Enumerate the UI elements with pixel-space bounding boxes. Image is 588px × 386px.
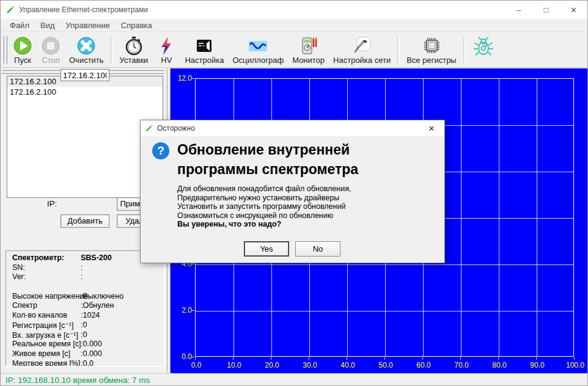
toolbar: ПускСтопОчиститьУставкиHVНастройкаОсцилл…: [1, 32, 587, 68]
menu-item[interactable]: Справка: [116, 20, 158, 31]
close-button[interactable]: ✕: [560, 1, 587, 19]
toolbar-button-settings-panel[interactable]: Настройка: [180, 34, 228, 66]
magic-wand-icon: [6, 5, 15, 15]
toolbar-separator: [111, 36, 113, 64]
info-label: Спектр: [12, 301, 79, 310]
info-label: Живое время [с]: [12, 349, 79, 358]
info-value: :0.000: [81, 340, 102, 348]
stopwatch-icon: [124, 36, 144, 56]
menu-item[interactable]: Управление: [61, 20, 116, 31]
no-button[interactable]: No: [295, 241, 340, 257]
toolbar-button-stopwatch[interactable]: Уставки: [116, 34, 153, 66]
y-tick: [192, 357, 194, 357]
gridline: [461, 79, 461, 356]
x-tick-label: 60.0: [416, 361, 430, 370]
title-bar: Управление Ethernet-спектрометрами – □ ✕: [1, 1, 587, 19]
magic-wand-icon: [145, 124, 153, 133]
toolbar-grip[interactable]: [3, 36, 7, 64]
info-label: Вх. загрузка е [с⁻¹]: [12, 330, 79, 340]
info-row: SN::: [12, 263, 164, 273]
status-bar: IP: 192.168.10.10 время обмена: 7 ms: [1, 373, 587, 386]
gridline: [537, 79, 537, 356]
dialog-title: Осторожно: [157, 124, 195, 133]
debug-bug-icon: [472, 36, 494, 56]
y-tick-label: 12.0: [171, 74, 192, 82]
x-tick: [460, 357, 461, 360]
x-tick: [536, 357, 537, 360]
lightning-icon: [156, 36, 176, 56]
x-tick: [574, 357, 575, 360]
info-value: :: [81, 272, 83, 281]
toolbar-button-label: Монитор: [292, 56, 325, 65]
oscilloscope-icon: [248, 36, 268, 56]
minimize-button[interactable]: –: [505, 1, 532, 19]
menu-item[interactable]: Вид: [35, 20, 61, 31]
info-label: [12, 282, 79, 291]
dialog-line: Для обновления понадобится файл обновлен…: [177, 184, 434, 194]
toolbar-button-debug-bug[interactable]: [468, 34, 499, 66]
clear-icon: [76, 36, 96, 56]
toolbar-button-screwdriver[interactable]: Настройка сети: [329, 34, 395, 66]
list-item[interactable]: 172.16.2.100: [7, 87, 163, 97]
maximize-button[interactable]: □: [532, 1, 560, 19]
info-row: Мертвое время [%]:0.0: [12, 359, 164, 366]
window-title: Управление Ethernet-спектрометрами: [19, 5, 148, 14]
x-tick-label: 0.0: [191, 361, 202, 370]
dialog-close-icon[interactable]: ✕: [419, 120, 444, 136]
stop-icon: [41, 36, 61, 56]
x-tick: [498, 357, 499, 360]
dialog-body-text: Для обновления понадобится файл обновлен…: [177, 184, 434, 229]
warning-dialog: Осторожно ✕ ? Обновление внутренней прог…: [140, 120, 445, 263]
toolbar-button-label: Очистить: [69, 56, 104, 65]
x-tick: [384, 357, 385, 360]
x-tick-label: 30.0: [303, 361, 317, 370]
info-label: Регистрация [с⁻¹]: [12, 321, 79, 330]
info-label: Мертвое время [%]: [12, 359, 79, 366]
ip-input[interactable]: [61, 69, 109, 81]
yes-button[interactable]: Yes: [244, 241, 289, 257]
dialog-heading: Обновление внутренней программы спектром…: [177, 140, 428, 179]
toolbar-button-multimeter[interactable]: Монитор: [288, 34, 329, 66]
info-row: Регистрация [с⁻¹]:0: [12, 321, 164, 330]
toolbar-button-oscilloscope[interactable]: Осциллограф: [228, 34, 288, 66]
toolbar-button-lightning[interactable]: HV: [152, 34, 180, 66]
play-icon: [13, 36, 32, 56]
y-tick: [192, 310, 194, 311]
info-label: Высокое напряжение: [12, 292, 79, 300]
toolbar-button-play[interactable]: Пуск: [9, 34, 37, 66]
dialog-line: Установить и запустить программу обновле…: [177, 202, 434, 211]
info-row: Реальное время [с]:0.000: [12, 340, 164, 349]
toolbar-button-label: Настройка: [185, 56, 224, 65]
x-tick-label: 50.0: [378, 361, 392, 370]
dialog-line: Предварительно нужно установить драйверы: [177, 194, 434, 203]
toolbar-button-stop: Стоп: [37, 34, 65, 66]
status-text: IP: 192.168.10.10 время обмена: 7 ms: [6, 376, 150, 385]
x-tick-label: 80.0: [492, 361, 506, 370]
info-value: :0: [81, 330, 87, 339]
toolbar-button-label: Стоп: [42, 56, 59, 65]
gridline: [196, 311, 573, 311]
info-row: Вх. загрузка е [с⁻¹]:0: [12, 330, 164, 340]
menu-item[interactable]: Файл: [4, 20, 35, 31]
toolbar-separator: [397, 36, 400, 64]
toolbar-button-label: Настройка сети: [333, 56, 391, 65]
add-button[interactable]: Добавить: [61, 214, 109, 228]
info-label: Реальное время [с]: [12, 340, 79, 348]
info-label: Кол-во каналов: [12, 311, 79, 319]
info-label: SN:: [12, 263, 79, 272]
x-tick: [233, 357, 233, 360]
y-tick-label: 2.0: [171, 306, 192, 315]
gridline: [196, 264, 573, 265]
info-value: :Обнулен: [81, 301, 114, 310]
info-value: :1024: [81, 311, 100, 319]
info-value: :0: [81, 321, 87, 329]
toolbar-separator: [463, 36, 466, 64]
toolbar-button-label: Уставки: [120, 56, 149, 65]
toolbar-button-chip[interactable]: Все регистры: [402, 34, 461, 66]
x-tick-label: 70.0: [454, 361, 468, 370]
info-row: Живое время [с]:0.000: [12, 349, 164, 359]
toolbar-button-clear[interactable]: Очистить: [65, 34, 108, 66]
x-tick-label: 20.0: [265, 361, 279, 370]
info-value: :0.000: [81, 349, 102, 358]
info-label: Ver:: [12, 272, 79, 281]
